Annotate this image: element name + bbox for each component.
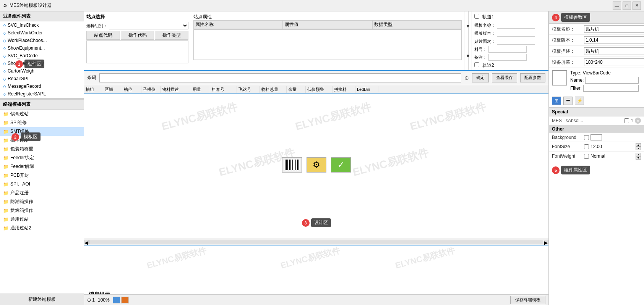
component-item[interactable]: ◇ CartonWeigh xyxy=(0,67,84,75)
template-item[interactable]: 📁 烘烤箱操作 xyxy=(0,206,84,215)
template-name-input[interactable] xyxy=(497,22,535,29)
template-version-input[interactable] xyxy=(497,30,535,37)
grid-view-btn[interactable]: ⊞ xyxy=(552,97,561,105)
material-no-input[interactable] xyxy=(488,46,527,53)
template-name-prop-input[interactable] xyxy=(584,25,644,33)
component-item[interactable]: ◇ SVC_InsCheck xyxy=(0,21,84,29)
diamond-icon: ◇ xyxy=(3,77,6,81)
notes-input[interactable] xyxy=(488,54,527,61)
station-grid-body[interactable] xyxy=(86,40,188,63)
design-area[interactable]: ELYNC易联软件 ELYNC易联软件 ELYNC易联软件 ELYNC易联软件 … xyxy=(84,94,548,239)
app-icon: ⚙ xyxy=(3,3,7,8)
fontweight-spinner[interactable]: ▲ ▼ xyxy=(636,153,641,160)
scroll-track[interactable] xyxy=(89,240,543,244)
watermark: ELYNC易联软件 xyxy=(160,100,239,134)
template-desc-prop-input[interactable] xyxy=(584,47,644,55)
template-version-prop: 模板版本： xyxy=(549,35,644,46)
background-checkbox[interactable] xyxy=(584,135,589,140)
bottom-scroll[interactable]: ◀ ▶ xyxy=(84,239,548,245)
template-version-label: 模版版本： xyxy=(474,31,495,36)
scroll-left-btn[interactable]: ◀ xyxy=(84,240,89,244)
message-title: 消息提示 xyxy=(89,291,544,294)
barcode-row: 条码 ⊙ 确定 查看缓存 配置参数 xyxy=(84,71,548,85)
template-item[interactable]: 📁 Feeder解绑 xyxy=(0,162,84,171)
device-screen-prop-label: 设备屏幕： xyxy=(552,59,582,66)
view-cache-button[interactable]: 查看缓存 xyxy=(492,73,517,82)
type-value: ViewBarCode xyxy=(583,70,611,76)
track2-checkbox[interactable] xyxy=(474,62,479,67)
props-body[interactable] xyxy=(193,29,462,60)
component-item[interactable]: ◇ SelectWorkOrder xyxy=(0,29,84,37)
close-button[interactable]: ✕ xyxy=(633,2,641,10)
component-item[interactable]: ◇ MessageRecord xyxy=(0,82,84,90)
select-type-combo[interactable] xyxy=(109,22,188,29)
folder-icon: 📁 xyxy=(3,173,9,178)
component-item[interactable]: ◇ WorkPlaceChoos... xyxy=(0,37,84,44)
fontweight-up[interactable]: ▲ xyxy=(636,153,641,156)
fontsize-checkbox[interactable] xyxy=(584,144,589,149)
check-component-icon[interactable]: ✓ xyxy=(331,157,351,173)
col2-header: 操作代码 xyxy=(121,31,154,40)
badge-3: 3 xyxy=(302,219,310,227)
fontsize-down[interactable]: ▼ xyxy=(636,147,641,150)
device-screen-prop-input[interactable] xyxy=(584,58,644,66)
scroll-right-btn[interactable]: ▶ xyxy=(544,240,548,244)
status-indicator: ⊙ 1 xyxy=(87,297,95,303)
barcode-label: 条码 xyxy=(87,74,96,81)
component-item[interactable]: ◇ RepairSPI xyxy=(0,75,84,82)
settings-component-icon[interactable]: ⚙ xyxy=(307,157,326,173)
template-item[interactable]: 📁 PCB开封 xyxy=(0,171,84,180)
template-item[interactable]: 📁 插件过站 xyxy=(0,136,84,145)
th-ledbin: LedBin xyxy=(355,86,378,92)
template-item[interactable]: 📁 SPI、AOI xyxy=(0,180,84,189)
background-color-box[interactable] xyxy=(590,134,602,140)
fontsize-label: FontSize xyxy=(552,144,582,149)
diamond-icon: ◇ xyxy=(3,69,6,73)
smd-face-input[interactable] xyxy=(497,38,535,45)
component-name-input[interactable] xyxy=(585,77,639,84)
app-title: MES终端模板设计器 xyxy=(10,2,52,9)
badge-4-label: 模板参数区 xyxy=(561,13,590,22)
fontsize-up[interactable]: ▲ xyxy=(636,143,641,147)
template-item[interactable]: 📁 通用过站2 xyxy=(0,224,84,232)
config-params-button[interactable]: 配置参数 xyxy=(520,73,545,82)
component-item[interactable]: ◇ SVC_BarCode xyxy=(0,52,84,60)
component-item[interactable]: ◇ ShowEquipment... xyxy=(0,44,84,52)
template-item[interactable]: 📁 防潮箱操作 xyxy=(0,197,84,206)
template-item[interactable]: 📁 SPI维修 xyxy=(0,118,84,127)
badge-5: 5 xyxy=(552,166,560,174)
component-list[interactable]: 1 组件区 ◇ SVC_InsCheck ◇ SelectWorkOrder ◇… xyxy=(0,21,84,98)
props-col3: 数据类型 xyxy=(372,20,462,29)
special-item-label: MES_IsAbsol... xyxy=(552,118,583,123)
folder-icon: 📁 xyxy=(3,111,9,117)
template-item[interactable]: 📁 包装箱称重 xyxy=(0,145,84,153)
special-delete-btn[interactable]: ✕ xyxy=(635,118,641,124)
fontweight-label: FontWeight xyxy=(552,153,582,159)
lightning-btn[interactable]: ⚡ xyxy=(575,97,584,105)
component-item[interactable]: ◇ ReelRegisterSAPL xyxy=(0,90,84,98)
fontweight-checkbox[interactable] xyxy=(584,154,589,159)
confirm-button[interactable]: 确定 xyxy=(472,73,489,82)
component-item[interactable]: ◇ ShowRecipeBody xyxy=(0,60,84,67)
save-template-button[interactable]: 保存终端模板 xyxy=(510,296,545,304)
minimize-button[interactable]: — xyxy=(613,2,621,10)
template-item[interactable]: 📁 通用过站 xyxy=(0,215,84,224)
template-version-prop-input[interactable] xyxy=(584,36,644,44)
fontsize-spinner[interactable]: ▲ ▼ xyxy=(636,143,641,150)
track1-checkbox[interactable] xyxy=(474,14,479,19)
list-view-btn[interactable]: ☰ xyxy=(563,97,573,105)
template-list[interactable]: 2 模板区 📁 锡膏过站 📁 SPI维修 📁 SMT维修 📁 插件过 xyxy=(0,110,84,294)
template-item-smt[interactable]: 📁 SMT维修 xyxy=(0,127,84,136)
component-filter-input[interactable] xyxy=(583,85,639,92)
fontweight-down[interactable]: ▼ xyxy=(636,156,641,160)
template-item[interactable]: 📁 Feeder绑定 xyxy=(0,153,84,162)
bottom-bar: ⊙ 1 100% 保存终端模板 xyxy=(84,294,548,305)
barcode-input[interactable] xyxy=(99,73,461,82)
new-template-button[interactable]: 新建终端模板 xyxy=(0,294,84,305)
special-item-checkbox[interactable] xyxy=(624,118,629,123)
template-item[interactable]: 📁 产品注册 xyxy=(0,189,84,197)
template-item[interactable]: 📁 锡膏过站 xyxy=(0,110,84,118)
barcode-component-icon[interactable] xyxy=(282,157,302,173)
check-icon: ✓ xyxy=(337,160,344,170)
maximize-button[interactable]: □ xyxy=(623,2,631,10)
